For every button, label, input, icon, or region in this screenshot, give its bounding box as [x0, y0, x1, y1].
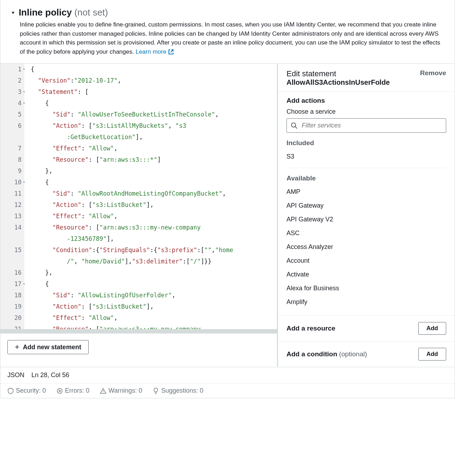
not-set-label: (not set) [74, 7, 108, 18]
service-item[interactable]: S3 [286, 150, 446, 163]
choose-service-label: Choose a service [286, 108, 446, 115]
add-actions-heading: Add actions [286, 97, 446, 105]
service-item[interactable]: API Gateway V2 [286, 213, 446, 226]
available-heading: Available [286, 174, 446, 182]
add-actions-section: Add actions Choose a service Included S3… [278, 92, 455, 316]
service-item[interactable]: AMP [286, 185, 446, 199]
edit-statement-panel: Edit statement AllowAllS3ActionsInUserFo… [278, 64, 455, 367]
service-item[interactable]: Amplify [286, 295, 446, 309]
code-editor[interactable]: 123456 7891011121314 15 161718192021 22 … [0, 64, 277, 329]
learn-more-link[interactable]: Learn more [136, 48, 174, 55]
errors-count[interactable]: Errors: 0 [57, 387, 89, 394]
remove-button[interactable]: Remove [420, 69, 446, 77]
cursor-position: Ln 28, Col 56 [31, 371, 69, 379]
filter-services-input[interactable] [286, 118, 446, 133]
add-condition-label: Add a condition (optional) [286, 350, 367, 358]
add-condition-button[interactable]: Add [418, 348, 446, 361]
code-editor-panel: 123456 7891011121314 15 161718192021 22 … [0, 64, 278, 367]
service-item[interactable]: Alexa for Business [286, 281, 446, 295]
editor-mode: JSON [7, 371, 24, 379]
horizontal-scrollbar[interactable] [0, 329, 277, 333]
status-bar: JSON Ln 28, Col 56 [0, 367, 455, 383]
service-item[interactable]: API Gateway [286, 199, 446, 213]
search-icon [291, 122, 298, 129]
add-resource-label: Add a resource [286, 325, 335, 332]
shield-icon [7, 388, 14, 394]
validation-bar: Security: 0 Errors: 0 Warnings: 0 Sugges… [0, 383, 455, 398]
warnings-count[interactable]: Warnings: 0 [100, 387, 142, 394]
error-icon [57, 388, 63, 394]
service-item[interactable]: Access Analyzer [286, 240, 446, 254]
svg-point-0 [291, 123, 296, 127]
external-link-icon [168, 49, 174, 55]
section-title: Inline policy (not set) [19, 7, 108, 18]
service-item[interactable]: Activate [286, 268, 446, 281]
inline-policy-header: ▼ Inline policy (not set) Inline policie… [0, 0, 455, 63]
bulb-icon [153, 388, 159, 394]
suggestions-count[interactable]: Suggestions: 0 [153, 387, 203, 394]
plus-icon: + [15, 343, 19, 351]
included-heading: Included [286, 139, 446, 147]
service-item[interactable]: ASC [286, 226, 446, 240]
edit-statement-title: Edit statement [286, 69, 390, 78]
warning-icon [100, 388, 106, 394]
expand-toggle-icon[interactable]: ▼ [11, 10, 15, 15]
add-resource-button[interactable]: Add [418, 322, 446, 335]
service-item[interactable]: Account [286, 254, 446, 268]
security-count[interactable]: Security: 0 [7, 387, 46, 394]
edit-statement-sid: AllowAllS3ActionsInUserFolde [286, 78, 390, 87]
add-new-statement-button[interactable]: + Add new statement [7, 340, 89, 354]
section-description: Inline policies enable you to define fin… [20, 20, 444, 56]
